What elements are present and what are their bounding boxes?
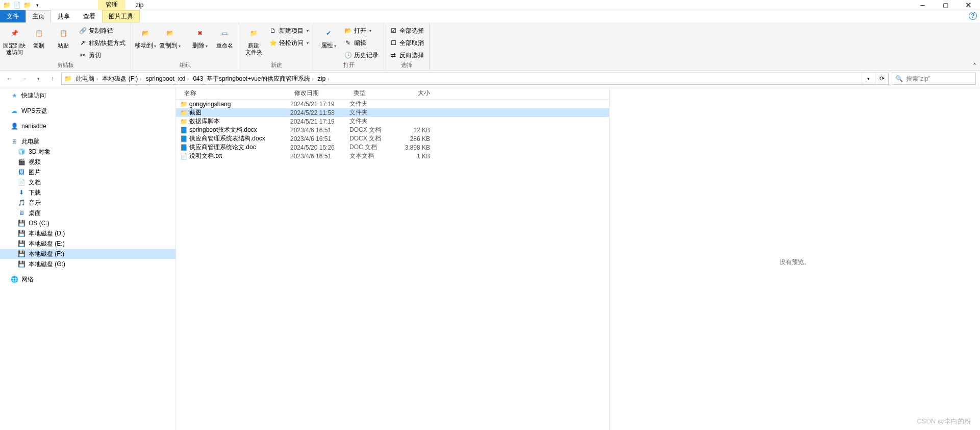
column-name[interactable]: 名称 xyxy=(180,89,290,98)
refresh-button[interactable]: ⟳ xyxy=(875,73,888,84)
paste-icon: 📋 xyxy=(55,25,71,41)
new-item-icon: 🗋 xyxy=(269,27,277,35)
docx-icon: 📘 xyxy=(180,127,189,134)
tab-view[interactable]: 查看 xyxy=(77,10,102,22)
help-button[interactable]: ? xyxy=(969,12,977,20)
recent-button[interactable]: ▾ xyxy=(33,73,44,84)
minimize-button[interactable]: ─ xyxy=(911,0,934,10)
sidebar-item[interactable]: 🧊3D 对象 xyxy=(0,147,175,157)
pin-button[interactable]: 📌 固定到快 速访问 xyxy=(3,24,26,56)
cut-button[interactable]: ✂剪切 xyxy=(77,50,128,61)
back-button[interactable]: ← xyxy=(4,73,15,84)
easy-access-button[interactable]: ⭐轻松访问▾ xyxy=(267,37,311,49)
select-all-icon: ☑ xyxy=(389,27,397,35)
qat-item[interactable]: 📁 xyxy=(22,1,32,10)
file-row[interactable]: 📘供应商管理系统论文.doc2024/5/20 15:26DOC 文档3,898… xyxy=(176,143,609,152)
sidebar-item-this-pc[interactable]: 🖥此电脑 xyxy=(0,136,175,147)
menu-tabs: 文件 主页 共享 查看 图片工具 ? xyxy=(0,10,980,22)
main-area: ★快速访问 ☁WPS云盘 👤nanisdde 🖥此电脑 🧊3D 对象🎬视频🖼图片… xyxy=(0,87,980,430)
sidebar-item[interactable]: 🎬视频 xyxy=(0,157,175,167)
column-date[interactable]: 修改日期 xyxy=(290,89,349,98)
group-label: 新建 xyxy=(242,61,311,69)
qat-dropdown[interactable]: ▾ xyxy=(33,1,42,10)
sidebar-item-quick-access[interactable]: ★快速访问 xyxy=(0,90,175,101)
txt-icon: 📄 xyxy=(180,153,189,160)
item-icon: 💾 xyxy=(17,230,26,237)
sidebar-item[interactable]: 💾本地磁盘 (G:) xyxy=(0,259,175,269)
sidebar-item[interactable]: 💾OS (C:) xyxy=(0,218,175,228)
close-button[interactable]: ✕ xyxy=(957,0,980,10)
maximize-button[interactable]: ▢ xyxy=(934,0,957,10)
forward-button[interactable]: → xyxy=(18,73,30,84)
tab-picture-tools[interactable]: 图片工具 xyxy=(102,10,140,22)
select-all-button[interactable]: ☑全部选择 xyxy=(387,25,426,36)
open-icon: 📂 xyxy=(344,27,352,35)
copy-to-button[interactable]: 📂复制到▾ xyxy=(159,24,181,50)
delete-button[interactable]: ✖删除▾ xyxy=(189,24,211,50)
breadcrumb[interactable]: 此电脑› xyxy=(74,73,100,84)
copy-icon: 📋 xyxy=(31,25,47,41)
properties-button[interactable]: ✔属性▾ xyxy=(317,24,340,50)
sidebar-item[interactable]: 🖼图片 xyxy=(0,167,175,177)
new-item-button[interactable]: 🗋新建项目▾ xyxy=(267,25,311,36)
item-icon: 📄 xyxy=(17,179,26,186)
edit-button[interactable]: ✎编辑 xyxy=(342,37,381,49)
file-row[interactable]: 📄说明文档.txt2023/4/6 16:51文本文档1 KB xyxy=(176,152,609,160)
collapse-ribbon-button[interactable]: ⌃ xyxy=(972,62,977,69)
sidebar-item[interactable]: 💾本地磁盘 (E:) xyxy=(0,238,175,249)
open-button[interactable]: 📂打开▾ xyxy=(342,25,381,36)
cloud-icon: ☁ xyxy=(10,107,18,114)
file-row[interactable]: 📁gongyingshang2024/5/21 17:19文件夹 xyxy=(176,100,609,108)
copy-button[interactable]: 📋 复制 xyxy=(28,24,50,49)
sidebar-item[interactable]: 🖥桌面 xyxy=(0,208,175,218)
edit-icon: ✎ xyxy=(344,39,352,47)
search-input[interactable]: 🔍 搜索"zip" xyxy=(892,73,976,85)
sidebar-item[interactable]: 🎵音乐 xyxy=(0,198,175,208)
qat-item[interactable]: 📄 xyxy=(12,1,21,10)
sidebar-item-network[interactable]: 🌐网络 xyxy=(0,274,175,284)
paste-shortcut-button[interactable]: ↗粘贴快捷方式 xyxy=(77,37,128,49)
breadcrumb[interactable]: zip› xyxy=(316,73,332,84)
ribbon-group-clipboard: 📌 固定到快 速访问 📋 复制 📋 粘贴 🔗复制路径 ↗粘贴快捷方式 ✂剪切 剪… xyxy=(0,22,131,70)
sidebar-item[interactable]: 📄文档 xyxy=(0,177,175,187)
file-row[interactable]: 📘供应商管理系统表结构.docx2023/4/6 16:51DOCX 文档286… xyxy=(176,134,609,143)
paste-button[interactable]: 📋 粘贴 xyxy=(52,24,74,49)
contextual-tab-label: 管理 xyxy=(98,0,125,11)
item-icon: 🎵 xyxy=(17,199,26,206)
delete-icon: ✖ xyxy=(192,25,208,41)
address-bar[interactable]: 📁 此电脑›本地磁盘 (F:)›springboot_xxl›043_基于spr… xyxy=(61,73,889,85)
select-none-button[interactable]: ☐全部取消 xyxy=(387,37,426,49)
history-button[interactable]: 🕓历史记录 xyxy=(342,50,381,61)
breadcrumb[interactable]: springboot_xxl› xyxy=(144,73,191,84)
file-row[interactable]: 📁数据库脚本2024/5/21 17:19文件夹 xyxy=(176,117,609,126)
ribbon-group-new: 📁新建 文件夹 🗋新建项目▾ ⭐轻松访问▾ 新建 xyxy=(239,22,314,70)
file-row[interactable]: 📘springboot技术文档.docx2023/4/6 16:51DOCX 文… xyxy=(176,126,609,134)
network-icon: 🌐 xyxy=(10,276,18,283)
column-size[interactable]: 大小 xyxy=(399,89,435,98)
rename-button[interactable]: ▭重命名 xyxy=(213,24,236,49)
sidebar-item-nan[interactable]: 👤nanisdde xyxy=(0,121,175,131)
breadcrumb[interactable]: 本地磁盘 (F:)› xyxy=(100,73,143,84)
sidebar-item[interactable]: 💾本地磁盘 (D:) xyxy=(0,228,175,238)
sidebar-item[interactable]: ⬇下载 xyxy=(0,187,175,198)
star-icon: ★ xyxy=(10,92,18,99)
tab-file[interactable]: 文件 xyxy=(0,10,26,22)
up-button[interactable]: ↑ xyxy=(47,73,58,84)
breadcrumb[interactable]: 043_基于springboot+vue的供应商管理系统› xyxy=(191,73,315,84)
copy-path-button[interactable]: 🔗复制路径 xyxy=(77,25,128,36)
tab-home[interactable]: 主页 xyxy=(26,10,51,22)
move-to-button[interactable]: 📂移动到▾ xyxy=(134,24,157,50)
group-label: 打开 xyxy=(317,61,381,69)
invert-icon: ⇄ xyxy=(389,51,397,59)
new-folder-button[interactable]: 📁新建 文件夹 xyxy=(242,24,265,56)
sidebar-item[interactable]: 💾本地磁盘 (F:) xyxy=(0,249,175,259)
column-type[interactable]: 类型 xyxy=(349,89,399,98)
file-row[interactable]: 📁截图2024/5/22 11:58文件夹 xyxy=(176,108,609,117)
group-label: 选择 xyxy=(387,61,426,69)
file-list-header[interactable]: 名称 修改日期 类型 大小 xyxy=(176,87,609,100)
address-dropdown[interactable]: ▾ xyxy=(862,73,875,84)
invert-select-button[interactable]: ⇄反向选择 xyxy=(387,50,426,61)
sidebar-item-wps[interactable]: ☁WPS云盘 xyxy=(0,106,175,116)
item-icon: 💾 xyxy=(17,240,26,247)
tab-share[interactable]: 共享 xyxy=(51,10,77,22)
